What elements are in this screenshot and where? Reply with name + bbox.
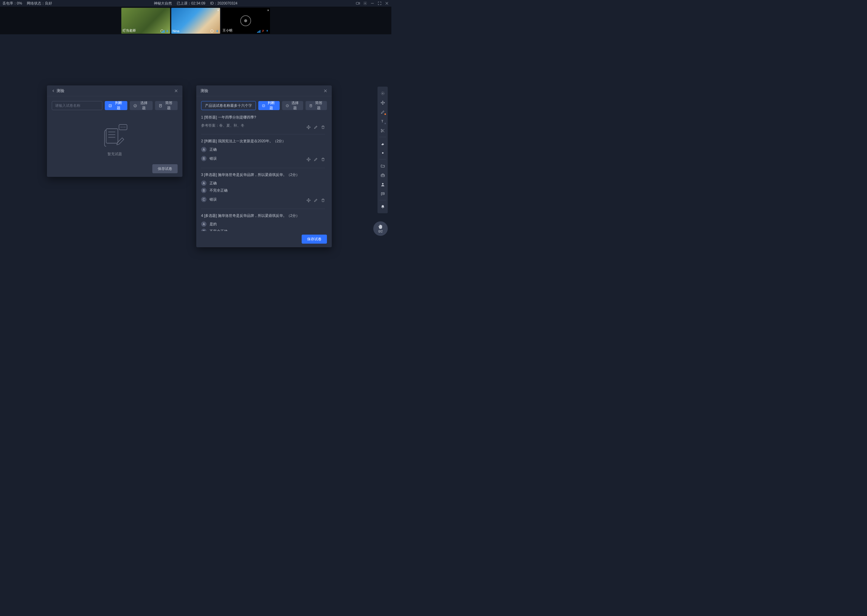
svg-point-24 bbox=[121, 127, 121, 127]
bell-tool-icon[interactable] bbox=[378, 203, 387, 211]
move-tool-icon[interactable] bbox=[378, 98, 387, 107]
quiz-name-input[interactable]: 产品说试卷名称最多十六个字 bbox=[201, 101, 256, 110]
empty-illustration-icon bbox=[101, 124, 128, 148]
move-icon[interactable] bbox=[306, 198, 311, 203]
save-quiz-button[interactable]: 保存试卷 bbox=[152, 164, 178, 173]
elapsed-time: 已上课：02:34:09 bbox=[177, 1, 205, 6]
cursor-tool-icon[interactable] bbox=[378, 89, 387, 97]
svg-rect-14 bbox=[109, 104, 111, 107]
judge-question-button[interactable]: 判断题 bbox=[258, 101, 280, 110]
session-id: ID：2020070324 bbox=[210, 1, 238, 6]
option[interactable]: B错误 bbox=[201, 156, 217, 161]
back-icon[interactable] bbox=[51, 89, 55, 93]
svg-point-37 bbox=[381, 131, 382, 132]
svg-point-30 bbox=[286, 104, 288, 107]
folder-tool-icon[interactable] bbox=[378, 162, 387, 170]
fullscreen-icon[interactable] bbox=[377, 1, 382, 5]
question-item: 2 [判断题] 我国宪法上一次更新是在2020年。（2分） A正确 B错误 bbox=[201, 139, 325, 168]
option[interactable]: C错误 bbox=[201, 197, 217, 202]
svg-text:T: T bbox=[381, 119, 383, 123]
tile-close-icon[interactable]: × bbox=[218, 8, 219, 12]
hand-raise-button[interactable]: 0/2 bbox=[373, 222, 388, 236]
svg-point-15 bbox=[134, 104, 137, 107]
short-answer-button[interactable]: 简答题 bbox=[155, 101, 178, 110]
question-item: 1 [简答题] 一年四季分别是哪四季? 参考答案：春、夏、秋、冬 bbox=[201, 115, 325, 134]
reference-answer: 参考答案：春、夏、秋、冬 bbox=[201, 123, 244, 128]
camera-icon[interactable] bbox=[356, 1, 360, 5]
hand-count: 0/2 bbox=[378, 230, 383, 233]
edit-icon[interactable] bbox=[314, 198, 318, 203]
svg-point-41 bbox=[382, 193, 382, 193]
move-icon[interactable] bbox=[306, 157, 311, 162]
question-item: 3 [单选题] 施华洛世奇是反华品牌，所以梁鼎琪反华。（2分） A正确 B不完全… bbox=[201, 172, 325, 209]
panel-title: 测验 bbox=[57, 88, 65, 94]
short-answer-button[interactable]: 简答题 bbox=[306, 101, 327, 110]
empty-state: 暂无试题 bbox=[52, 115, 178, 157]
option[interactable]: A正确 bbox=[201, 181, 325, 186]
scissors-tool-icon[interactable] bbox=[378, 126, 387, 135]
svg-point-38 bbox=[382, 152, 383, 154]
tile-close-icon[interactable]: × bbox=[267, 8, 269, 12]
video-bar: 叮当老师 × Nina × 王小明 bbox=[0, 6, 391, 34]
delete-icon[interactable] bbox=[321, 157, 325, 162]
quiz-panel-filled: 测验 产品说试卷名称最多十六个字 判断题 选择题 简答题 1 [简答题] 一年四… bbox=[196, 85, 332, 247]
delete-icon[interactable] bbox=[321, 198, 325, 203]
svg-rect-0 bbox=[356, 2, 359, 5]
svg-rect-29 bbox=[263, 104, 265, 107]
choice-question-button[interactable]: 选择题 bbox=[130, 101, 152, 110]
top-status-bar: 丢包率：0% 网络状态：良好 神秘大自然 已上课：02:34:09 ID：202… bbox=[0, 0, 391, 6]
svg-rect-7 bbox=[217, 30, 218, 31]
delete-icon[interactable] bbox=[321, 125, 325, 129]
svg-point-43 bbox=[383, 193, 384, 193]
video-tile-teacher[interactable]: 叮当老师 bbox=[121, 8, 170, 34]
edit-icon[interactable] bbox=[314, 157, 318, 162]
svg-rect-19 bbox=[106, 129, 118, 143]
edit-icon[interactable] bbox=[314, 125, 318, 129]
svg-rect-5 bbox=[167, 30, 168, 31]
move-icon[interactable] bbox=[306, 125, 311, 129]
judge-question-button[interactable]: 判断题 bbox=[105, 101, 127, 110]
svg-point-25 bbox=[123, 127, 123, 127]
packet-loss: 丢包率：0% bbox=[2, 1, 22, 6]
close-icon[interactable] bbox=[385, 1, 389, 5]
minimize-icon[interactable] bbox=[370, 1, 375, 5]
svg-line-10 bbox=[262, 30, 264, 32]
settings-icon[interactable] bbox=[363, 1, 367, 5]
video-tile-student[interactable]: × Nina bbox=[171, 8, 220, 34]
toolbox-tool-icon[interactable] bbox=[378, 171, 387, 179]
svg-point-42 bbox=[383, 193, 383, 193]
svg-point-36 bbox=[381, 129, 382, 130]
chat-tool-icon[interactable] bbox=[378, 190, 387, 198]
panel-close-icon[interactable] bbox=[323, 89, 328, 93]
svg-point-1 bbox=[364, 3, 366, 4]
svg-rect-39 bbox=[381, 174, 384, 177]
choice-question-button[interactable]: 选择题 bbox=[282, 101, 303, 110]
hand-icon bbox=[378, 224, 383, 229]
mic-indicator bbox=[257, 30, 269, 33]
empty-text: 暂无试题 bbox=[107, 152, 122, 157]
user-tool-icon[interactable] bbox=[378, 180, 387, 189]
panel-close-icon[interactable] bbox=[174, 89, 178, 93]
camera-off-icon bbox=[240, 15, 251, 26]
laser-tool-icon[interactable] bbox=[378, 149, 387, 157]
question-item: 4 [多选题] 施华洛世奇是反华品牌，所以梁鼎琪反华。（2分） A是的 B不完全… bbox=[201, 213, 325, 231]
quiz-name-input[interactable] bbox=[52, 101, 102, 110]
svg-point-40 bbox=[382, 183, 383, 184]
save-quiz-button[interactable]: 保存试卷 bbox=[302, 235, 327, 244]
tile-name: Nina bbox=[172, 29, 180, 33]
text-tool-icon[interactable]: T bbox=[378, 117, 387, 126]
class-title: 神秘大自然 bbox=[154, 1, 172, 6]
status-badge bbox=[210, 30, 213, 33]
option[interactable]: A是的 bbox=[201, 222, 325, 227]
video-tile-student[interactable]: × 王小明 bbox=[221, 8, 270, 34]
option[interactable]: B不完全正确 bbox=[201, 188, 325, 193]
option[interactable]: A正确 bbox=[201, 147, 325, 152]
tile-name: 叮当老师 bbox=[123, 28, 136, 33]
quiz-panel-empty: 测验 判断题 选择题 简答题 暂无试题 保存试卷 bbox=[47, 85, 183, 177]
questions-list[interactable]: 1 [简答题] 一年四季分别是哪四季? 参考答案：春、夏、秋、冬 2 [判断题]… bbox=[201, 115, 327, 231]
pen-tool-icon[interactable] bbox=[378, 108, 387, 116]
eraser-tool-icon[interactable] bbox=[378, 139, 387, 148]
network-status: 网络状态：良好 bbox=[27, 1, 52, 6]
mic-indicator bbox=[216, 30, 219, 33]
option[interactable]: B不完全正确 bbox=[201, 229, 325, 231]
